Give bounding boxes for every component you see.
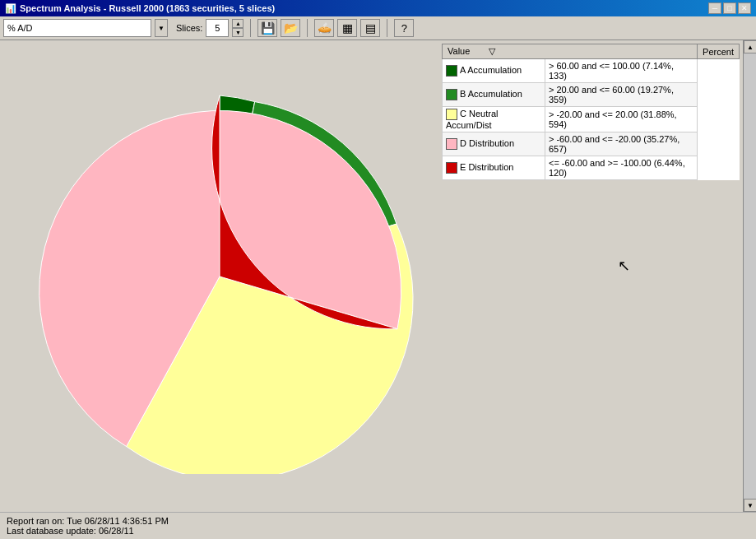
grid1-icon: ▦ xyxy=(342,21,353,35)
footer: Report ran on: Tue 06/28/11 4:36:51 PM L… xyxy=(0,512,756,539)
legend-label: A Accumulation xyxy=(460,65,522,75)
sort-icon[interactable]: ▽ xyxy=(489,46,495,56)
legend-table: Value ▽ Percent A Accumulation> 60.00 an… xyxy=(442,44,740,180)
legend-label: E Distribution xyxy=(460,162,513,172)
pie-chart xyxy=(22,79,417,474)
minimize-button[interactable]: ─ xyxy=(708,2,721,14)
scroll-down-button[interactable]: ▼ xyxy=(744,499,756,512)
cursor-area: ↖ xyxy=(438,184,743,512)
title-bar-left: 📊 Spectrum Analysis - Russell 2000 (1863… xyxy=(5,3,275,14)
slices-input[interactable] xyxy=(206,19,229,37)
slices-spinner[interactable]: ▲ ▼ xyxy=(232,19,243,37)
metric-dropdown[interactable]: % A/D xyxy=(3,19,151,37)
legend-color-cell: B Accumulation xyxy=(443,83,545,107)
help-button[interactable]: ? xyxy=(394,19,414,37)
legend-row[interactable]: B Accumulation> 20.00 and <= 60.00 (19.2… xyxy=(443,83,740,107)
grid2-icon: ▤ xyxy=(365,21,376,35)
spin-up-button[interactable]: ▲ xyxy=(232,19,243,28)
cursor-icon: ↖ xyxy=(618,257,630,275)
chart-area xyxy=(0,40,438,512)
legend-col1-header: Value ▽ xyxy=(443,44,698,59)
legend-label: B Accumulation xyxy=(460,89,522,99)
grid2-button[interactable]: ▤ xyxy=(360,19,380,37)
legend-color-cell: A Accumulation xyxy=(443,59,545,83)
save-icon: 💾 xyxy=(261,21,275,35)
toolbar: % A/D ▼ Slices: ▲ ▼ 💾 📂 🥧 ▦ ▤ ? xyxy=(0,16,756,40)
pie-icon: 🥧 xyxy=(318,21,332,35)
save-button[interactable]: 💾 xyxy=(257,19,277,37)
legend-row[interactable]: A Accumulation> 60.00 and <= 100.00 (7.1… xyxy=(443,59,740,83)
scroll-track xyxy=(744,53,756,499)
legend-label: D Distribution xyxy=(460,138,514,148)
window-title: Spectrum Analysis - Russell 2000 (1863 s… xyxy=(20,3,275,13)
close-button[interactable]: ✕ xyxy=(738,2,751,14)
legend-row[interactable]: C Neutral Accum/Dist> -20.00 and <= 20.0… xyxy=(443,107,740,132)
dropdown-arrow[interactable]: ▼ xyxy=(155,19,168,37)
toolbar-separator-1 xyxy=(250,19,251,37)
legend-panel: Value ▽ Percent A Accumulation> 60.00 an… xyxy=(438,40,743,184)
toolbar-separator-2 xyxy=(307,19,308,37)
legend-color-cell: C Neutral Accum/Dist xyxy=(443,107,545,132)
content-area: Value ▽ Percent A Accumulation> 60.00 an… xyxy=(0,40,756,512)
legend-color-box xyxy=(446,138,457,150)
right-panel: Value ▽ Percent A Accumulation> 60.00 an… xyxy=(438,40,743,512)
legend-value: > 60.00 and <= 100.00 (7.14%, 133) xyxy=(545,59,697,83)
maximize-button[interactable]: □ xyxy=(723,2,736,14)
legend-color-box xyxy=(446,162,457,174)
grid1-button[interactable]: ▦ xyxy=(337,19,357,37)
legend-color-cell: D Distribution xyxy=(443,132,545,156)
dropdown-value: % A/D xyxy=(7,23,33,33)
toolbar-separator-3 xyxy=(387,19,387,37)
scroll-up-button[interactable]: ▲ xyxy=(744,40,756,53)
help-icon: ? xyxy=(401,22,407,35)
slices-label: Slices: xyxy=(176,23,202,33)
footer-line2: Last database update: 06/28/11 xyxy=(7,526,749,536)
legend-color-box xyxy=(446,109,457,120)
pie-container xyxy=(22,49,417,504)
legend-color-box xyxy=(446,89,457,100)
legend-row[interactable]: E Distribution<= -60.00 and >= -100.00 (… xyxy=(443,156,740,180)
app-icon: 📊 xyxy=(5,3,16,14)
legend-col2-header: Percent xyxy=(698,44,740,59)
legend-value: <= -60.00 and >= -100.00 (6.44%, 120) xyxy=(545,156,697,180)
scrollbar-right[interactable]: ▲ ▼ xyxy=(743,40,756,512)
title-bar: 📊 Spectrum Analysis - Russell 2000 (1863… xyxy=(0,0,756,16)
open-icon: 📂 xyxy=(284,21,298,35)
legend-row[interactable]: D Distribution> -60.00 and <= -20.00 (35… xyxy=(443,132,740,156)
spin-down-button[interactable]: ▼ xyxy=(232,28,243,37)
open-button[interactable]: 📂 xyxy=(281,19,300,37)
legend-value: > 20.00 and <= 60.00 (19.27%, 359) xyxy=(545,83,697,107)
footer-line1: Report ran on: Tue 06/28/11 4:36:51 PM xyxy=(7,516,749,526)
legend-color-cell: E Distribution xyxy=(443,156,545,180)
legend-color-box xyxy=(446,65,457,77)
main-window: % A/D ▼ Slices: ▲ ▼ 💾 📂 🥧 ▦ ▤ ? xyxy=(0,16,756,539)
legend-value: > -20.00 and <= 20.00 (31.88%, 594) xyxy=(545,107,697,132)
title-bar-controls[interactable]: ─ □ ✕ xyxy=(708,2,751,14)
legend-value: > -60.00 and <= -20.00 (35.27%, 657) xyxy=(545,132,697,156)
pie-chart-button[interactable]: 🥧 xyxy=(314,19,334,37)
